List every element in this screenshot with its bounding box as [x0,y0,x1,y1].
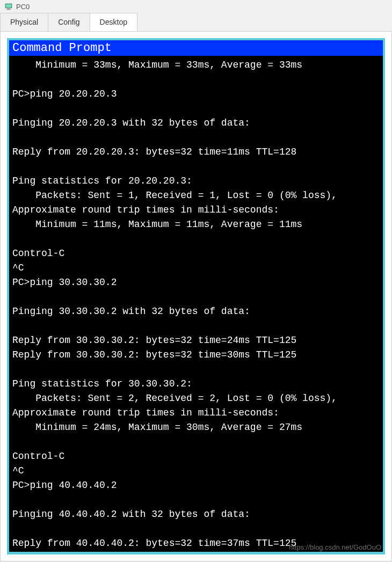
desktop-frame: Command Prompt Minimum = 33ms, Maximum =… [7,38,385,554]
window-titlebar: PC0 [0,0,392,13]
svg-rect-2 [7,9,10,9]
tab-config[interactable]: Config [48,13,90,31]
svg-rect-1 [6,4,11,8]
command-prompt-terminal[interactable]: Minimum = 33ms, Maximum = 33ms, Average … [9,56,383,552]
desktop-panel: Command Prompt Minimum = 33ms, Maximum =… [0,32,392,561]
pc-icon [4,2,13,11]
svg-rect-3 [6,9,11,10]
tab-desktop[interactable]: Desktop [90,13,137,31]
watermark: https://blog.csdn.net/GodOuO [289,543,381,551]
tab-physical[interactable]: Physical [0,13,48,31]
command-prompt-title: Command Prompt [9,40,383,56]
window-title-text: PC0 [16,3,30,11]
tab-bar: Physical Config Desktop [0,13,392,32]
